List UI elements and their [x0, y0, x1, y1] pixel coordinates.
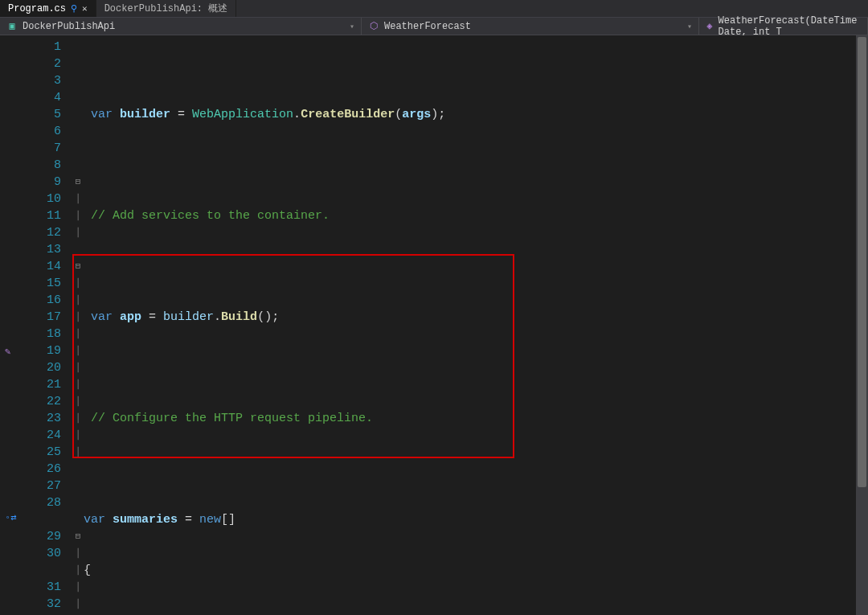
fold-toggle[interactable]: ⊟	[72, 528, 84, 545]
glyph-margin: ◦⇄	[0, 35, 24, 615]
method-icon: ⬡	[368, 21, 379, 32]
quick-actions-icon[interactable]: ✎	[5, 344, 10, 361]
cube-icon: ◈	[706, 21, 714, 32]
nav-project-label: DockerPublishApi	[23, 21, 115, 32]
outlining-margin[interactable]: ⊟ │││ ⊟ ││││ ││││ │││ ⊟ ││││	[72, 35, 84, 615]
csharp-project-icon: ▣	[6, 21, 18, 32]
scrollbar-thumb[interactable]	[858, 37, 866, 487]
tab-program-cs[interactable]: Program.cs ⚲ ✕	[0, 0, 96, 17]
nav-project-combo[interactable]: ▣ DockerPublishApi ▾	[0, 18, 362, 35]
nav-member-label: WeatherForecast(DateTime Date, int T	[719, 15, 861, 38]
highlight-rectangle	[72, 254, 514, 458]
code-editor[interactable]: ◦⇄ 1 2 3 4 5 6 7 8 9 10 11 12 13 14 15 1…	[0, 35, 868, 615]
nav-member-combo[interactable]: ◈ WeatherForecast(DateTime Date, int T	[699, 18, 868, 35]
nav-type-combo[interactable]: ⬡ WeatherForecast ▾	[362, 18, 699, 35]
tab-docker-overview[interactable]: DockerPublishApi: 概述	[96, 0, 237, 17]
vertical-scrollbar[interactable]	[856, 35, 868, 615]
tab-label: DockerPublishApi: 概述	[104, 2, 228, 15]
code-text-area[interactable]: var builder = WebApplication.CreateBuild…	[84, 35, 868, 615]
chevron-down-icon: ▾	[350, 22, 354, 31]
chevron-down-icon: ▾	[687, 22, 692, 31]
navigation-bar: ▣ DockerPublishApi ▾ ⬡ WeatherForecast ▾…	[0, 18, 868, 35]
fold-toggle[interactable]: ⊟	[72, 174, 84, 191]
pin-icon[interactable]: ⚲	[71, 3, 77, 14]
line-number-gutter: 1 2 3 4 5 6 7 8 9 10 11 12 13 14 15 16 1…	[24, 35, 72, 615]
close-icon[interactable]: ✕	[82, 3, 88, 14]
interface-impl-icon[interactable]: ◦⇄	[5, 511, 16, 523]
nav-type-label: WeatherForecast	[384, 21, 471, 32]
tab-label: Program.cs	[8, 3, 66, 14]
fold-toggle[interactable]: ⊟	[72, 258, 84, 275]
